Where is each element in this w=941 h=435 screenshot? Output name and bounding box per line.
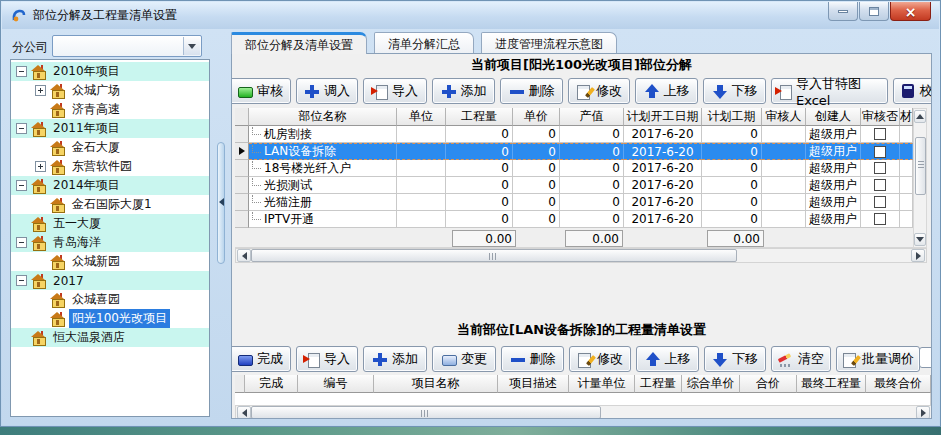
- scroll-right-button[interactable]: [911, 249, 925, 262]
- tab-progress-flow[interactable]: 进度管理流程示意图: [481, 32, 617, 53]
- col-complete[interactable]: 完成: [245, 375, 298, 393]
- col-final-quantity[interactable]: 最终工程量: [797, 375, 866, 393]
- delete-button[interactable]: 删除: [500, 78, 563, 104]
- clear-button[interactable]: 清空: [771, 346, 831, 372]
- add-button[interactable]: 添加: [432, 78, 495, 104]
- delete-button[interactable]: 删除: [501, 346, 564, 372]
- close-button[interactable]: [890, 2, 931, 21]
- collapse-icon[interactable]: [16, 66, 27, 77]
- col-item-name[interactable]: 项目名称: [374, 375, 498, 393]
- tree-item-dongying-park[interactable]: 东营软件园: [11, 157, 209, 176]
- table-row[interactable]: 光损测试 0 0 0 2017-6-20 0 超级用户: [235, 177, 913, 194]
- boq-grid: 完成 编号 项目名称 项目描述 计量单位 工程量 综合单价 合价 最终工程量 最…: [235, 375, 931, 393]
- col-comp-price[interactable]: 综合单价: [682, 375, 740, 393]
- tree-item-hengda-hotel[interactable]: 恒大温泉酒店: [11, 328, 209, 347]
- collapse-icon[interactable]: [16, 237, 27, 248]
- col-audited[interactable]: 审核否: [861, 108, 900, 126]
- col-number[interactable]: 编号: [298, 375, 374, 393]
- col-plan-start[interactable]: 计划开工日期: [624, 108, 702, 126]
- col-item-desc[interactable]: 项目描述: [498, 375, 569, 393]
- title-bar[interactable]: 部位分解及工程量清单设置: [2, 2, 939, 29]
- move-up-button[interactable]: 上移: [636, 346, 699, 372]
- clipped-button[interactable]: [919, 347, 932, 368]
- tree-item-jiqing-highway[interactable]: 济青高速: [11, 100, 209, 119]
- table-row[interactable]: 18号楼光纤入户 0 0 0 2017-6-20 0 超级用户: [235, 160, 913, 177]
- col-output-value[interactable]: 产值: [560, 108, 624, 126]
- import-icon: [776, 84, 792, 99]
- move-down-button[interactable]: 下移: [703, 78, 766, 104]
- hscroll-thumb[interactable]: [251, 249, 737, 262]
- audited-checkbox[interactable]: [874, 146, 886, 158]
- audited-checkbox[interactable]: [874, 196, 886, 208]
- col-unit-price[interactable]: 单价: [513, 108, 560, 126]
- audit-button[interactable]: 审核: [231, 78, 291, 104]
- scroll-right-button[interactable]: [916, 406, 930, 419]
- scroll-down-button[interactable]: [914, 233, 926, 246]
- expand-icon[interactable]: [35, 161, 46, 172]
- tree-item-zhongcheng-xinyuan[interactable]: 众城新园: [11, 252, 209, 271]
- tree-item-wuyi-tower[interactable]: 五一大厦: [11, 214, 209, 233]
- import-button[interactable]: 导入: [296, 346, 358, 372]
- scroll-left-button[interactable]: [237, 249, 251, 262]
- audited-checkbox[interactable]: [874, 179, 886, 191]
- col-total-price[interactable]: 合价: [740, 375, 797, 393]
- col-measure-unit[interactable]: 计量单位: [569, 375, 635, 393]
- collapse-icon[interactable]: [16, 123, 27, 134]
- tree-item-jinshi-intl[interactable]: 金石国际大厦1: [11, 195, 209, 214]
- col-part-name[interactable]: 部位名称: [249, 108, 397, 126]
- table-row-selected[interactable]: LAN设备拆除 0 0 0 2017-6-20 0 超级用户: [235, 143, 913, 160]
- audited-checkbox[interactable]: [874, 128, 886, 140]
- complete-button[interactable]: 完成: [231, 346, 291, 372]
- load-in-button[interactable]: 调入: [296, 78, 358, 104]
- table-row[interactable]: 机房割接 0 0 0 2017-6-20 0 超级用户: [235, 126, 913, 143]
- maximize-button[interactable]: [859, 2, 889, 21]
- change-button[interactable]: 变更: [432, 346, 496, 372]
- col-creator[interactable]: 创建人: [806, 108, 861, 126]
- add-button[interactable]: 添加: [363, 346, 427, 372]
- audited-checkbox[interactable]: [874, 162, 886, 174]
- combo-dropdown-button[interactable]: [183, 37, 200, 55]
- col-auditor[interactable]: 审核人: [762, 108, 806, 126]
- scroll-up-button[interactable]: [914, 110, 926, 123]
- panel-splitter[interactable]: [212, 34, 230, 417]
- branch-combo[interactable]: [52, 35, 202, 57]
- tree-item-zhongcheng-plaza[interactable]: 众城广场: [11, 81, 209, 100]
- collapse-icon[interactable]: [16, 180, 27, 191]
- audited-checkbox[interactable]: [874, 213, 886, 225]
- tree-item-2017[interactable]: 2017: [11, 271, 209, 290]
- modify-button[interactable]: 修改: [568, 78, 630, 104]
- tree-item-2011[interactable]: 2011年项目: [11, 119, 209, 138]
- col-unit[interactable]: 单位: [397, 108, 446, 126]
- hscroll-thumb[interactable]: [251, 406, 601, 419]
- col-final-total[interactable]: 最终合价: [866, 375, 931, 393]
- col-material-clipped[interactable]: 材: [900, 108, 913, 126]
- arrow-right-icon: [921, 409, 926, 417]
- tab-list-summary[interactable]: 清单分解汇总: [374, 32, 474, 53]
- splitter-handle[interactable]: [217, 142, 225, 264]
- batch-price-button[interactable]: 批量调价: [836, 346, 920, 372]
- move-down-button[interactable]: 下移: [704, 346, 766, 372]
- table-row[interactable]: IPTV开通 0 0 0 2017-6-20 0 超级用户: [235, 211, 913, 228]
- tree-item-sunshine100-selected[interactable]: 阳光100光改项目: [11, 309, 209, 328]
- tree-item-2014[interactable]: 2014年项目: [11, 176, 209, 195]
- tree-item-zhongcheng-xiyuan[interactable]: 众城喜园: [11, 290, 209, 309]
- vscroll-thumb[interactable]: [915, 137, 926, 195]
- collapse-icon[interactable]: [16, 275, 27, 286]
- col-quantity[interactable]: 工程量: [635, 375, 682, 393]
- col-plan-duration[interactable]: 计划工期: [702, 108, 762, 126]
- check-button[interactable]: 校: [893, 78, 932, 104]
- move-up-button[interactable]: 上移: [635, 78, 698, 104]
- import-gantt-excel-button[interactable]: 导入甘特图Excel: [771, 78, 888, 104]
- modify-button[interactable]: 修改: [569, 346, 631, 372]
- import-button[interactable]: 导入: [363, 78, 427, 104]
- tree-item-qingdao-ocean[interactable]: 青岛海洋: [11, 233, 209, 252]
- row-indicator: [235, 177, 249, 194]
- tab-part-decompose[interactable]: 部位分解及清单设置: [231, 32, 367, 54]
- table-row[interactable]: 光猫注册 0 0 0 2017-6-20 0 超级用户: [235, 194, 913, 211]
- tree-item-jinshi-tower[interactable]: 金石大厦: [11, 138, 209, 157]
- tree-item-2010[interactable]: 2010年项目: [11, 62, 209, 81]
- col-quantity[interactable]: 工程量: [446, 108, 513, 126]
- minimize-button[interactable]: [828, 2, 858, 21]
- scroll-left-button[interactable]: [237, 406, 251, 419]
- expand-icon[interactable]: [35, 85, 46, 96]
